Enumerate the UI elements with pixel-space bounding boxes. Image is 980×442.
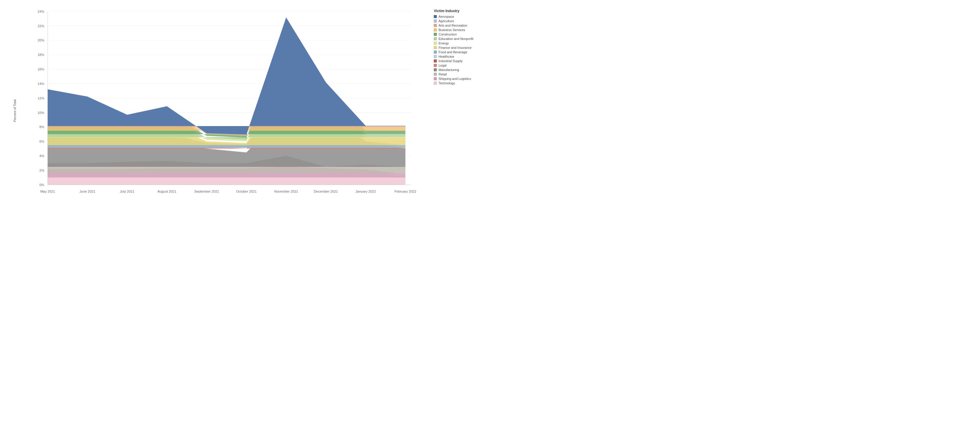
legend-item: Healthcare — [434, 55, 485, 58]
legend-label: Education and Nonprofit — [439, 37, 473, 40]
svg-text:2%: 2% — [39, 169, 45, 172]
legend-swatch — [434, 15, 437, 18]
legend-label: Energy — [439, 41, 449, 45]
svg-text:July 2021: July 2021 — [120, 190, 135, 193]
legend-label: Industrial Supply — [439, 59, 463, 63]
legend-title: Victim Industry — [434, 9, 485, 13]
svg-text:22%: 22% — [38, 24, 45, 28]
legend-item: Manufacturing — [434, 68, 485, 72]
legend-label: Construction — [439, 32, 457, 36]
svg-text:24%: 24% — [38, 10, 45, 13]
svg-text:January 2022: January 2022 — [355, 190, 376, 193]
svg-text:October 2021: October 2021 — [236, 190, 257, 193]
legend-item: Finance and Insurance — [434, 46, 485, 49]
svg-text:4%: 4% — [39, 154, 45, 158]
svg-text:14%: 14% — [38, 82, 45, 86]
legend-label: Healthcare — [439, 55, 454, 58]
legend-item: Construction — [434, 32, 485, 36]
chart-area: Percent of Total 0% 2% 4% 6% 8% — [0, 0, 431, 221]
legend-swatch — [434, 64, 437, 67]
legend-item: Retail — [434, 72, 485, 76]
legend-label: Finance and Insurance — [439, 46, 472, 49]
legend-swatch — [434, 51, 437, 54]
legend-item: Technology — [434, 81, 485, 85]
legend-item: Energy — [434, 41, 485, 45]
y-axis-label: Percent of Total — [13, 99, 17, 121]
legend-swatch — [434, 69, 437, 71]
legend-swatch — [434, 73, 437, 76]
svg-text:June 2021: June 2021 — [80, 190, 95, 193]
svg-text:September 2021: September 2021 — [194, 190, 219, 193]
legend-item: Arts and Recreation — [434, 24, 485, 27]
legend-label: Legal — [439, 64, 447, 67]
legend-label: Agriculture — [439, 19, 454, 23]
legend-swatch — [434, 37, 437, 40]
legend-swatch — [434, 29, 437, 31]
legend-item: Business Services — [434, 28, 485, 32]
legend-label: Shipping and Logistics — [439, 77, 471, 80]
svg-text:18%: 18% — [38, 53, 45, 57]
legend-label: Arts and Recreation — [439, 24, 467, 27]
svg-text:0%: 0% — [39, 183, 45, 187]
legend-swatch — [434, 24, 437, 27]
legend-label: Manufacturing — [439, 68, 459, 72]
legend-area: Victim Industry AerospaceAgricultureArts… — [431, 0, 490, 221]
legend-item: Shipping and Logistics — [434, 77, 485, 80]
legend-item: Aerospace — [434, 15, 485, 18]
chart-container: Percent of Total 0% 2% 4% 6% 8% — [0, 0, 490, 221]
legend-label: Business Services — [439, 28, 465, 32]
svg-text:12%: 12% — [38, 96, 45, 100]
svg-text:August 2021: August 2021 — [158, 190, 176, 193]
legend-items: AerospaceAgricultureArts and RecreationB… — [434, 15, 485, 85]
area-chart: 0% 2% 4% 6% 8% 10% 12% 14% 16% 18% 20% 2… — [21, 9, 425, 197]
legend-label: Technology — [439, 81, 455, 85]
svg-text:November 2021: November 2021 — [274, 190, 298, 193]
legend-swatch — [434, 42, 437, 45]
svg-text:December 2021: December 2021 — [314, 190, 338, 193]
legend-label: Food and Beverage — [439, 50, 467, 54]
legend-swatch — [434, 33, 437, 36]
legend-swatch — [434, 81, 437, 85]
svg-text:May 2021: May 2021 — [40, 190, 55, 193]
area-aerospace — [48, 18, 406, 135]
legend-swatch — [434, 77, 437, 80]
svg-text:6%: 6% — [39, 140, 45, 144]
svg-text:20%: 20% — [38, 39, 45, 42]
svg-text:16%: 16% — [38, 67, 45, 71]
legend-item: Industrial Supply — [434, 59, 485, 63]
legend-item: Agriculture — [434, 19, 485, 23]
legend-item: Legal — [434, 64, 485, 67]
legend-swatch — [434, 46, 437, 49]
svg-text:10%: 10% — [38, 111, 45, 115]
svg-text:8%: 8% — [39, 125, 45, 129]
legend-swatch — [434, 55, 437, 58]
legend-swatch — [434, 19, 437, 22]
legend-swatch — [434, 59, 437, 62]
legend-item: Food and Beverage — [434, 50, 485, 54]
legend-label: Retail — [439, 72, 447, 76]
legend-item: Education and Nonprofit — [434, 37, 485, 40]
legend-label: Aerospace — [439, 15, 454, 18]
svg-text:February 2022: February 2022 — [395, 190, 416, 193]
